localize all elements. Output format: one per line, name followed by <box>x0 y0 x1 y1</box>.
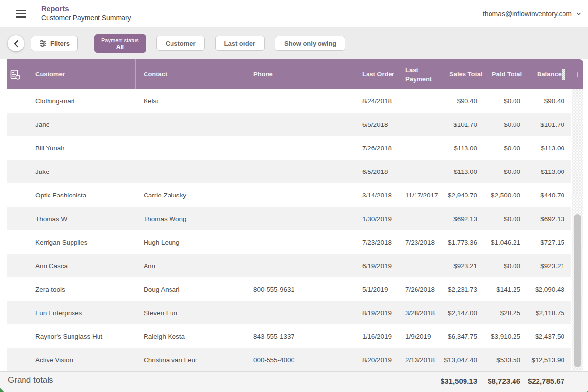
cell-balance: $2,437.50 <box>529 324 571 348</box>
table-row[interactable]: Thomas WThomas Wong1/30/2019$692.13$0.00… <box>7 207 571 230</box>
cell-contact: Ann <box>136 254 245 277</box>
cell-sales-total: $692.13 <box>442 207 485 230</box>
cell-customer: Bill Yunair <box>24 136 136 160</box>
table-row[interactable]: Fun EnterprisesSteven Fun8/19/20193/28/2… <box>7 301 571 324</box>
cell-last-payment <box>398 207 442 230</box>
cell-sales-total: $101.70 <box>442 113 485 136</box>
chip-show-only-owing[interactable]: Show only owing <box>275 36 345 51</box>
cell-balance: $90.40 <box>529 89 571 113</box>
cell-customer: Clothing-mart <box>24 89 136 113</box>
cell-last-order: 6/19/2019 <box>354 254 398 277</box>
cell-contact: Thomas Wong <box>136 207 245 230</box>
cell-last-order: 6/5/2018 <box>354 113 398 136</box>
grand-totals-label: Grand totals <box>8 375 53 385</box>
cell-sales-total: $13,047.40 <box>442 348 485 371</box>
column-header-phone[interactable]: Phone <box>245 59 354 89</box>
column-header-sales-total[interactable]: Sales Total <box>442 59 485 89</box>
cell-contact: Steven Fun <box>136 301 245 324</box>
table-row[interactable]: Ann CascaAnn6/19/2019$923.21$0.00$923.21 <box>7 254 571 277</box>
cell-phone <box>245 207 354 230</box>
cell-customer: Active Vision <box>24 348 136 371</box>
column-header-balance[interactable]: Balance <box>529 59 571 89</box>
chip-payment-status-label: Payment status <box>101 37 139 44</box>
cell-paid-total: $533.50 <box>485 348 529 371</box>
column-header-last-order[interactable]: Last Order <box>354 59 398 89</box>
column-header-customer-label: Customer <box>35 70 65 79</box>
cell-last-payment <box>398 160 442 183</box>
filters-label: Filters <box>50 40 70 47</box>
cell-last-order: 7/26/2018 <box>354 136 398 160</box>
cell-balance: $727.15 <box>529 230 571 254</box>
top-bar: Reports Customer Payment Summary thomas@… <box>0 0 588 27</box>
table-row[interactable]: Bill Yunair7/26/2018$113.00$0.00$113.00 <box>7 136 571 160</box>
column-header-paid-total-label: Paid Total <box>492 70 522 79</box>
table-row[interactable]: Optic FashionistaCarrie Zalusky3/14/2018… <box>7 183 571 207</box>
chip-payment-status-value: All <box>116 44 124 50</box>
table-row[interactable]: Raynor's Sunglass HutRaleigh Kosta843-55… <box>7 324 571 348</box>
page-title: Reports <box>41 4 131 13</box>
column-settings-button[interactable] <box>7 59 24 89</box>
grand-total-balance: $22,785.67 <box>528 377 564 385</box>
cell-icon <box>7 136 24 160</box>
account-menu[interactable]: thomas@inflowinventory.com <box>483 10 581 18</box>
filter-sliders-icon <box>39 40 47 47</box>
cell-contact: Kelsi <box>136 89 245 113</box>
column-header-paid-total[interactable]: Paid Total <box>485 59 529 89</box>
column-settings-icon <box>9 69 21 80</box>
cell-paid-total: $0.00 <box>485 89 529 113</box>
cell-last-order: 7/23/2018 <box>354 230 398 254</box>
table-header: Customer Contact Phone Last Order Last P… <box>7 59 583 89</box>
cell-icon <box>7 254 24 277</box>
cell-paid-total: $2,500.00 <box>485 183 529 207</box>
cell-customer: Zera-tools <box>24 277 136 301</box>
cell-phone: 000-555-4000 <box>245 348 354 371</box>
chip-last-order-label: Last order <box>224 40 256 47</box>
chip-customer[interactable]: Customer <box>156 36 205 51</box>
chip-payment-status[interactable]: Payment status All <box>94 34 146 53</box>
cell-phone <box>245 254 354 277</box>
cell-contact: Hugh Leung <box>136 230 245 254</box>
cell-sales-total: $2,147.00 <box>442 301 485 324</box>
cell-last-order: 5/1/2019 <box>354 277 398 301</box>
cell-customer: Optic Fashionista <box>24 183 136 207</box>
table-row[interactable]: Kerrigan SuppliesHugh Leung7/23/20187/23… <box>7 230 571 254</box>
text-cursor-artifact <box>562 69 565 80</box>
cell-contact <box>136 160 245 183</box>
cell-customer: Jake <box>24 160 136 183</box>
cell-last-payment: 11/17/2017 <box>398 183 442 207</box>
cell-last-order: 8/19/2019 <box>354 301 398 324</box>
vertical-scrollbar-track[interactable] <box>571 89 583 371</box>
cell-phone <box>245 183 354 207</box>
cell-sales-total: $6,347.75 <box>442 324 485 348</box>
chip-last-order[interactable]: Last order <box>215 36 265 51</box>
sort-ascending-icon[interactable]: ↑ <box>571 59 583 89</box>
cell-contact <box>136 136 245 160</box>
cell-phone <box>245 113 354 136</box>
column-header-customer[interactable]: Customer <box>24 59 136 89</box>
table-row[interactable]: Clothing-martKelsi8/24/2018$90.40$0.00$9… <box>7 89 571 113</box>
cell-last-payment: 7/23/2018 <box>398 230 442 254</box>
grand-total-paid: $8,723.46 <box>488 377 520 385</box>
cell-phone <box>245 301 354 324</box>
cell-balance: $101.70 <box>529 113 571 136</box>
back-button[interactable] <box>8 35 24 51</box>
cell-last-payment: 3/28/2018 <box>398 301 442 324</box>
cell-contact: Carrie Zalusky <box>136 183 245 207</box>
cell-phone <box>245 230 354 254</box>
table-row[interactable]: Jake6/5/2018$113.00$0.00$113.00 <box>7 160 571 183</box>
table-row[interactable]: Active VisionChristina van Leur000-555-4… <box>7 348 571 371</box>
column-header-last-order-label: Last Order <box>362 70 394 79</box>
vertical-scrollbar-thumb[interactable] <box>574 214 581 367</box>
chip-show-only-owing-label: Show only owing <box>284 40 336 47</box>
column-header-last-payment[interactable]: Last Payment <box>398 59 442 89</box>
menu-icon[interactable] <box>16 10 26 18</box>
table-row[interactable]: Jane6/5/2018$101.70$0.00$101.70 <box>7 113 571 136</box>
cell-sales-total: $90.40 <box>442 89 485 113</box>
table-row[interactable]: Zera-toolsDoug Ansari800-555-96315/1/201… <box>7 277 571 301</box>
grand-totals-bar: Grand totals $31,509.13 $8,723.46 $22,78… <box>0 371 588 392</box>
chevron-down-icon <box>576 11 581 16</box>
cell-last-payment <box>398 254 442 277</box>
column-header-contact[interactable]: Contact <box>136 59 245 89</box>
filters-button[interactable]: Filters <box>31 36 78 51</box>
cell-icon <box>7 89 24 113</box>
